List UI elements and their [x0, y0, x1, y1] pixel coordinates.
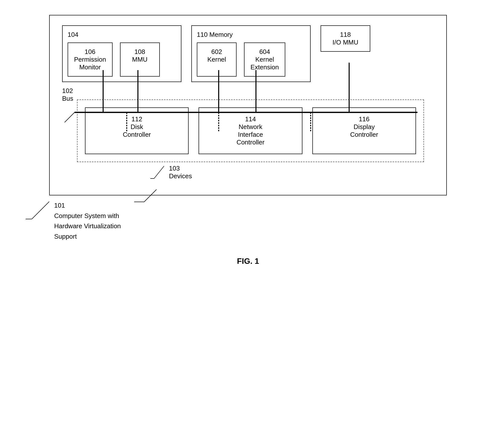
memory-box: 110 Memory 602Kernel 604KernelExtension: [191, 25, 311, 82]
devices-text-label: 103Devices: [169, 165, 192, 180]
bus-label: 102Bus: [62, 87, 73, 102]
figure-label: FIG. 1: [24, 257, 472, 266]
disk-controller-label: 112DiskController: [123, 115, 151, 138]
top-row: 104 106PermissionMonitor 108MMU 110 Memo…: [62, 25, 434, 82]
disk-controller-box: 112DiskController: [85, 107, 189, 154]
svg-line-10: [144, 189, 157, 202]
permission-monitor-label: 106PermissionMonitor: [74, 48, 106, 71]
kernel-extension-label: 604KernelExtension: [250, 48, 279, 71]
kernel-extension-box: 604KernelExtension: [244, 43, 285, 77]
permission-monitor-box: 106PermissionMonitor: [68, 43, 113, 77]
cpu-inner-row: 106PermissionMonitor 108MMU: [68, 43, 176, 77]
svg-line-12: [154, 166, 164, 179]
bus-spacer: [62, 97, 434, 99]
kernel-label: 602Kernel: [207, 48, 226, 63]
cpu-label: 104: [68, 31, 176, 39]
mmu-label: 108MMU: [132, 48, 148, 63]
system-diagonal-svg: [24, 200, 54, 220]
memory-inner-row: 602Kernel 604KernelExtension: [197, 43, 305, 77]
display-controller-label: 116DisplayController: [350, 115, 378, 138]
devices-label-area: 103Devices: [149, 165, 434, 180]
computer-system-label: 101Computer System withHardware Virtuali…: [54, 200, 121, 242]
mmu-box: 108MMU: [120, 43, 160, 77]
bus-area: 102Bus: [62, 85, 434, 97]
cpu-box: 104 106PermissionMonitor 108MMU: [62, 25, 181, 82]
display-controller-box: 116DisplayController: [312, 107, 416, 154]
svg-line-14: [32, 202, 49, 219]
computer-system-box: 104 106PermissionMonitor 108MMU 110 Memo…: [49, 15, 447, 195]
computer-system-label-area: 101Computer System withHardware Virtuali…: [24, 200, 472, 242]
devices-dashed-box: 112DiskController 114NetworkInterfaceCon…: [77, 99, 424, 162]
outer-wrapper: 104 106PermissionMonitor 108MMU 110 Memo…: [24, 15, 472, 242]
io-mmu-box: 118I/O MMU: [321, 25, 370, 52]
devices-diagonal-svg: [149, 165, 169, 180]
network-interface-box: 114NetworkInterfaceController: [199, 107, 302, 154]
network-interface-label: 114NetworkInterfaceController: [237, 115, 265, 146]
diagram-area: 104 106PermissionMonitor 108MMU 110 Memo…: [24, 15, 472, 266]
io-mmu-label: 118I/O MMU: [332, 31, 358, 46]
svg-line-6: [65, 112, 75, 122]
memory-label: 110 Memory: [197, 31, 305, 39]
kernel-box: 602Kernel: [197, 43, 237, 77]
